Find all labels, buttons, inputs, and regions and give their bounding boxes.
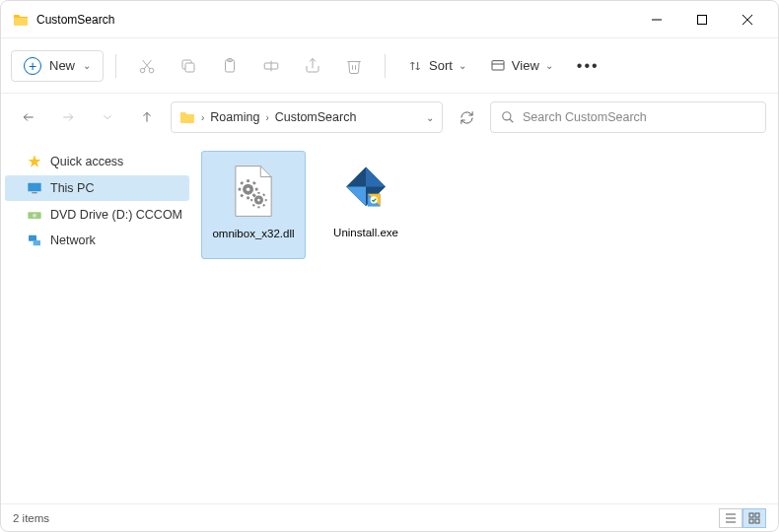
- details-view-button[interactable]: [719, 508, 743, 528]
- back-button[interactable]: [13, 101, 44, 133]
- sidebar-item-label: Quick access: [50, 155, 123, 168]
- new-button[interactable]: + New ⌄: [11, 50, 104, 82]
- svg-rect-40: [755, 519, 759, 523]
- forward-button[interactable]: [52, 101, 84, 133]
- network-icon: [27, 233, 42, 248]
- view-icon: [490, 58, 506, 74]
- breadcrumb-parent[interactable]: Roaming: [210, 110, 259, 124]
- search-icon: [501, 110, 515, 124]
- address-bar[interactable]: › Roaming › CustomSearch ⌄: [171, 101, 443, 133]
- content-area: Quick access This PC DVD Drive (D:) CCCO…: [1, 141, 778, 503]
- disc-icon: [27, 207, 42, 223]
- close-button[interactable]: [725, 1, 770, 38]
- svg-line-7: [143, 60, 151, 69]
- chevron-right-icon: ›: [265, 112, 268, 123]
- sidebar-item-network[interactable]: Network: [1, 228, 193, 253]
- svg-rect-37: [749, 513, 753, 517]
- navigation-bar: › Roaming › CustomSearch ⌄: [1, 94, 778, 141]
- delete-button[interactable]: [335, 47, 373, 85]
- file-name-label: Uninstall.exe: [333, 226, 398, 240]
- recent-button[interactable]: [92, 101, 123, 133]
- svg-point-30: [247, 187, 250, 191]
- svg-line-6: [144, 60, 152, 69]
- file-item[interactable]: Uninstall.exe: [314, 151, 418, 259]
- exe-file-icon: [334, 159, 397, 222]
- toolbar: + New ⌄ Sort ⌄ View ⌄ •••: [1, 38, 778, 94]
- svg-rect-28: [34, 240, 40, 245]
- refresh-button[interactable]: [451, 101, 482, 133]
- folder-icon: [179, 109, 195, 125]
- icons-view-button[interactable]: [743, 508, 766, 528]
- files-pane[interactable]: omnibox_x32.dll Uninstall.exe: [193, 141, 778, 503]
- titlebar: CustomSearch: [1, 1, 778, 38]
- sidebar: Quick access This PC DVD Drive (D:) CCCO…: [1, 141, 193, 503]
- rename-button[interactable]: [252, 47, 290, 85]
- svg-rect-23: [28, 183, 40, 192]
- separator: [115, 54, 116, 78]
- sidebar-item-dvd-drive[interactable]: DVD Drive (D:) CCCOM: [1, 202, 193, 228]
- minimize-button[interactable]: [634, 1, 679, 38]
- separator: [385, 54, 386, 78]
- svg-rect-1: [698, 15, 707, 24]
- view-button[interactable]: View ⌄: [480, 52, 563, 80]
- maximize-button[interactable]: [679, 1, 725, 38]
- cut-button[interactable]: [128, 47, 166, 85]
- svg-rect-16: [492, 60, 504, 69]
- svg-point-32: [257, 199, 260, 202]
- sidebar-item-label: Network: [50, 233, 96, 247]
- share-button[interactable]: [294, 47, 331, 85]
- chevron-down-icon[interactable]: ⌄: [426, 112, 434, 123]
- more-button[interactable]: •••: [567, 51, 609, 81]
- svg-line-22: [510, 119, 514, 123]
- svg-rect-8: [185, 63, 194, 72]
- svg-point-26: [33, 214, 36, 218]
- explorer-window: CustomSearch + New ⌄ Sort ⌄ View ⌄: [0, 0, 779, 532]
- chevron-down-icon: ⌄: [83, 60, 91, 71]
- chevron-down-icon: ⌄: [545, 60, 553, 71]
- sort-icon: [407, 58, 423, 74]
- view-toggles: [719, 508, 766, 528]
- view-label: View: [512, 58, 539, 73]
- chevron-down-icon: ⌄: [459, 60, 466, 71]
- svg-point-21: [503, 112, 511, 120]
- svg-rect-24: [32, 192, 36, 193]
- search-input[interactable]: [523, 110, 755, 124]
- file-name-label: omnibox_x32.dll: [212, 227, 294, 241]
- chevron-right-icon: ›: [201, 112, 204, 123]
- sidebar-item-label: This PC: [50, 181, 94, 195]
- sidebar-item-quick-access[interactable]: Quick access: [1, 149, 193, 174]
- file-item[interactable]: omnibox_x32.dll: [201, 151, 306, 259]
- folder-icon: [13, 12, 29, 28]
- statusbar: 2 items: [1, 503, 778, 531]
- plus-icon: +: [24, 57, 41, 75]
- dll-file-icon: [222, 160, 285, 223]
- svg-rect-38: [755, 513, 759, 517]
- svg-rect-27: [29, 235, 36, 241]
- sort-button[interactable]: Sort ⌄: [397, 52, 476, 80]
- sidebar-item-label: DVD Drive (D:) CCCOM: [50, 208, 182, 222]
- up-button[interactable]: [131, 101, 163, 133]
- breadcrumb-current[interactable]: CustomSearch: [275, 110, 357, 124]
- star-icon: [27, 154, 42, 169]
- new-label: New: [49, 58, 75, 73]
- window-title: CustomSearch: [36, 13, 634, 27]
- sort-label: Sort: [429, 58, 453, 73]
- svg-rect-39: [749, 519, 753, 523]
- item-count: 2 items: [13, 512, 49, 524]
- window-controls: [634, 1, 770, 38]
- search-box[interactable]: [490, 101, 766, 133]
- sidebar-item-this-pc[interactable]: This PC: [5, 175, 189, 201]
- paste-button[interactable]: [211, 47, 248, 85]
- monitor-icon: [27, 180, 42, 196]
- copy-button[interactable]: [170, 47, 207, 85]
